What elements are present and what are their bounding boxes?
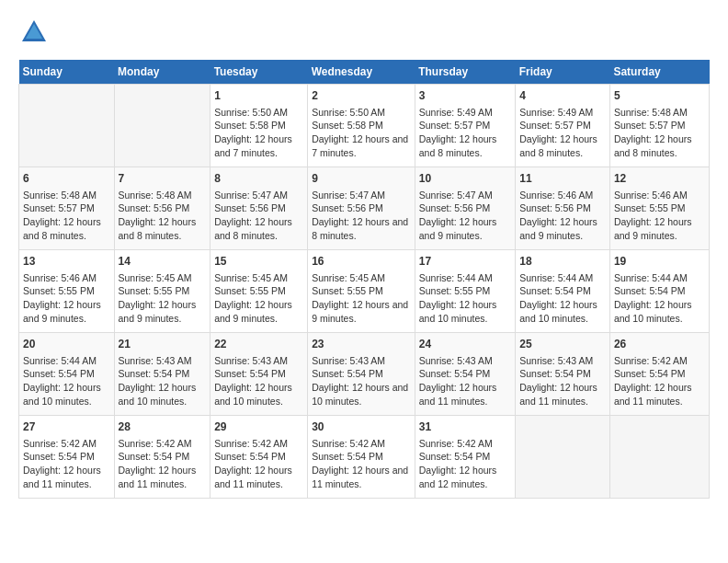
daylight-text: Daylight: 12 hours and 8 minutes. xyxy=(119,215,207,242)
calendar-cell xyxy=(609,416,709,499)
day-number: 10 xyxy=(419,171,512,187)
day-number: 2 xyxy=(312,88,411,104)
day-number: 4 xyxy=(519,88,606,104)
day-number: 9 xyxy=(312,171,411,187)
daylight-text: Daylight: 12 hours and 9 minutes. xyxy=(23,298,110,325)
sunset-text: Sunset: 5:55 PM xyxy=(214,284,303,298)
sunrise-text: Sunrise: 5:45 AM xyxy=(119,271,207,285)
day-number: 13 xyxy=(23,254,110,270)
day-number: 14 xyxy=(119,254,207,270)
day-number: 15 xyxy=(214,254,303,270)
day-number: 12 xyxy=(614,171,705,187)
daylight-text: Daylight: 12 hours and 8 minutes. xyxy=(312,215,411,242)
sunrise-text: Sunrise: 5:42 AM xyxy=(312,437,411,451)
sunset-text: Sunset: 5:54 PM xyxy=(23,450,110,464)
day-number: 31 xyxy=(419,419,512,435)
calendar-week-row: 6Sunrise: 5:48 AMSunset: 5:57 PMDaylight… xyxy=(19,167,710,250)
daylight-text: Daylight: 12 hours and 9 minutes. xyxy=(614,215,705,242)
sunset-text: Sunset: 5:54 PM xyxy=(214,450,303,464)
daylight-text: Daylight: 12 hours and 11 minutes. xyxy=(519,381,606,408)
day-number: 21 xyxy=(119,337,207,352)
calendar-cell: 15Sunrise: 5:45 AMSunset: 5:55 PMDayligh… xyxy=(210,250,308,333)
sunrise-text: Sunrise: 5:44 AM xyxy=(23,354,110,368)
day-number: 25 xyxy=(519,337,606,352)
calendar-cell: 29Sunrise: 5:42 AMSunset: 5:54 PMDayligh… xyxy=(210,416,308,499)
sunset-text: Sunset: 5:57 PM xyxy=(519,119,606,132)
calendar-cell: 11Sunrise: 5:46 AMSunset: 5:56 PMDayligh… xyxy=(516,167,610,250)
daylight-text: Daylight: 12 hours and 9 minutes. xyxy=(519,215,606,242)
sunrise-text: Sunrise: 5:42 AM xyxy=(419,437,512,451)
sunrise-text: Sunrise: 5:48 AM xyxy=(614,106,705,120)
sunrise-text: Sunrise: 5:43 AM xyxy=(312,354,411,368)
calendar-cell: 3Sunrise: 5:49 AMSunset: 5:57 PMDaylight… xyxy=(415,85,516,167)
calendar-cell: 8Sunrise: 5:47 AMSunset: 5:56 PMDaylight… xyxy=(210,167,308,250)
calendar-cell: 26Sunrise: 5:42 AMSunset: 5:54 PMDayligh… xyxy=(609,333,709,416)
daylight-text: Daylight: 12 hours and 8 minutes. xyxy=(614,132,705,159)
day-number: 20 xyxy=(23,337,110,352)
sunrise-text: Sunrise: 5:43 AM xyxy=(214,354,303,368)
sunrise-text: Sunrise: 5:43 AM xyxy=(119,354,207,368)
logo-icon xyxy=(20,18,48,46)
day-number: 22 xyxy=(214,337,303,352)
sunset-text: Sunset: 5:57 PM xyxy=(23,201,110,215)
sunset-text: Sunset: 5:54 PM xyxy=(519,367,606,381)
sunset-text: Sunset: 5:56 PM xyxy=(519,201,606,215)
calendar-cell: 24Sunrise: 5:43 AMSunset: 5:54 PMDayligh… xyxy=(415,333,516,416)
calendar-cell: 13Sunrise: 5:46 AMSunset: 5:55 PMDayligh… xyxy=(19,250,115,333)
daylight-text: Daylight: 12 hours and 11 minutes. xyxy=(312,464,411,490)
logo xyxy=(18,18,48,51)
calendar-cell: 23Sunrise: 5:43 AMSunset: 5:54 PMDayligh… xyxy=(308,333,415,416)
calendar-week-row: 13Sunrise: 5:46 AMSunset: 5:55 PMDayligh… xyxy=(19,250,710,333)
calendar-cell: 20Sunrise: 5:44 AMSunset: 5:54 PMDayligh… xyxy=(19,333,115,416)
calendar-cell: 18Sunrise: 5:44 AMSunset: 5:54 PMDayligh… xyxy=(516,250,610,333)
sunrise-text: Sunrise: 5:49 AM xyxy=(519,106,606,120)
day-number: 1 xyxy=(214,88,303,104)
calendar-cell xyxy=(114,85,210,167)
sunset-text: Sunset: 5:56 PM xyxy=(214,201,303,215)
sunrise-text: Sunrise: 5:42 AM xyxy=(614,354,705,368)
weekday-header: Monday xyxy=(114,60,210,85)
daylight-text: Daylight: 12 hours and 10 minutes. xyxy=(312,381,411,408)
daylight-text: Daylight: 12 hours and 11 minutes. xyxy=(119,464,207,490)
daylight-text: Daylight: 12 hours and 7 minutes. xyxy=(214,132,303,159)
calendar-cell: 16Sunrise: 5:45 AMSunset: 5:55 PMDayligh… xyxy=(308,250,415,333)
sunrise-text: Sunrise: 5:42 AM xyxy=(23,437,110,451)
weekday-header: Sunday xyxy=(19,60,115,85)
weekday-header: Tuesday xyxy=(210,60,308,85)
daylight-text: Daylight: 12 hours and 11 minutes. xyxy=(23,464,110,490)
daylight-text: Daylight: 12 hours and 10 minutes. xyxy=(23,381,110,408)
sunset-text: Sunset: 5:56 PM xyxy=(312,201,411,215)
sunset-text: Sunset: 5:58 PM xyxy=(214,119,303,132)
daylight-text: Daylight: 12 hours and 10 minutes. xyxy=(119,381,207,408)
daylight-text: Daylight: 12 hours and 9 minutes. xyxy=(119,298,207,325)
sunset-text: Sunset: 5:57 PM xyxy=(419,119,512,132)
sunrise-text: Sunrise: 5:42 AM xyxy=(214,437,303,451)
weekday-header: Friday xyxy=(516,60,610,85)
sunset-text: Sunset: 5:54 PM xyxy=(419,450,512,464)
daylight-text: Daylight: 12 hours and 10 minutes. xyxy=(519,298,606,325)
day-number: 24 xyxy=(419,337,512,352)
sunset-text: Sunset: 5:56 PM xyxy=(419,201,512,215)
sunrise-text: Sunrise: 5:47 AM xyxy=(214,189,303,202)
daylight-text: Daylight: 12 hours and 10 minutes. xyxy=(614,298,705,325)
calendar-cell: 30Sunrise: 5:42 AMSunset: 5:54 PMDayligh… xyxy=(308,416,415,499)
sunset-text: Sunset: 5:57 PM xyxy=(614,119,705,132)
sunrise-text: Sunrise: 5:46 AM xyxy=(519,189,606,202)
calendar-cell: 31Sunrise: 5:42 AMSunset: 5:54 PMDayligh… xyxy=(415,416,516,499)
daylight-text: Daylight: 12 hours and 7 minutes. xyxy=(312,132,411,159)
sunset-text: Sunset: 5:54 PM xyxy=(614,284,705,298)
calendar-cell: 14Sunrise: 5:45 AMSunset: 5:55 PMDayligh… xyxy=(114,250,210,333)
sunset-text: Sunset: 5:54 PM xyxy=(312,367,411,381)
calendar-cell: 25Sunrise: 5:43 AMSunset: 5:54 PMDayligh… xyxy=(516,333,610,416)
sunrise-text: Sunrise: 5:48 AM xyxy=(119,189,207,202)
calendar-cell: 4Sunrise: 5:49 AMSunset: 5:57 PMDaylight… xyxy=(516,85,610,167)
calendar-week-row: 20Sunrise: 5:44 AMSunset: 5:54 PMDayligh… xyxy=(19,333,710,416)
sunset-text: Sunset: 5:55 PM xyxy=(614,201,705,215)
calendar-week-row: 1Sunrise: 5:50 AMSunset: 5:58 PMDaylight… xyxy=(19,85,710,167)
sunset-text: Sunset: 5:54 PM xyxy=(119,450,207,464)
day-number: 3 xyxy=(419,88,512,104)
daylight-text: Daylight: 12 hours and 8 minutes. xyxy=(519,132,606,159)
calendar-cell: 22Sunrise: 5:43 AMSunset: 5:54 PMDayligh… xyxy=(210,333,308,416)
logo-text xyxy=(18,18,48,51)
calendar-cell: 5Sunrise: 5:48 AMSunset: 5:57 PMDaylight… xyxy=(609,85,709,167)
